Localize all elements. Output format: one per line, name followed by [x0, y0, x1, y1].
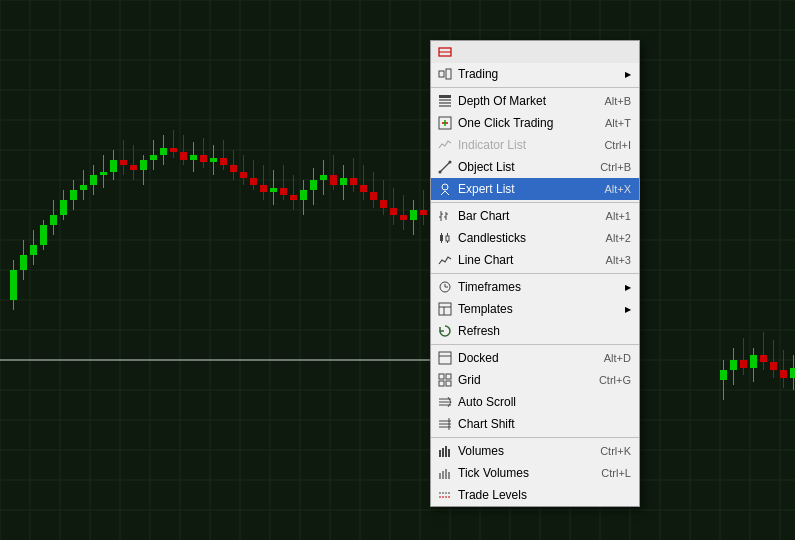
- volumes-icon: [437, 443, 453, 459]
- line-icon: [437, 252, 453, 268]
- menu-items-container: Trading▶Depth Of MarketAlt+BOne Click Tr…: [431, 63, 639, 506]
- autoscroll-icon: [437, 394, 453, 410]
- menu-item-label-grid: Grid: [458, 373, 481, 387]
- menu-item-docked[interactable]: DockedAlt+D: [431, 347, 639, 369]
- menu-item-shortcut-object-list: Ctrl+B: [600, 161, 631, 173]
- svg-rect-50: [439, 473, 441, 479]
- svg-point-13: [449, 161, 452, 164]
- svg-rect-6: [439, 102, 451, 104]
- menu-item-label-templates: Templates: [458, 302, 513, 316]
- menu-item-timeframes[interactable]: Timeframes▶: [431, 276, 639, 298]
- menu-item-shortcut-expert-list: Alt+X: [604, 183, 631, 195]
- indicator-icon: [437, 137, 453, 153]
- oct-icon: [437, 115, 453, 131]
- menu-item-refresh[interactable]: Refresh: [431, 320, 639, 342]
- menu-item-line-chart[interactable]: Line ChartAlt+3: [431, 249, 639, 271]
- menu-item-templates[interactable]: Templates▶: [431, 298, 639, 320]
- menu-item-shortcut-one-click-trading: Alt+T: [605, 117, 631, 129]
- svg-rect-33: [439, 352, 451, 364]
- svg-rect-2: [439, 71, 444, 77]
- menu-item-label-chart-shift: Chart Shift: [458, 417, 515, 431]
- svg-rect-35: [439, 374, 444, 379]
- tickvolumes-icon: [437, 465, 453, 481]
- menu-item-label-docked: Docked: [458, 351, 499, 365]
- svg-rect-49: [448, 449, 450, 457]
- menu-item-trade-levels[interactable]: Trade Levels: [431, 484, 639, 506]
- menu-item-arrow-trading: ▶: [625, 70, 631, 79]
- menu-item-label-line-chart: Line Chart: [458, 253, 513, 267]
- svg-line-11: [440, 162, 450, 172]
- svg-rect-24: [446, 236, 449, 241]
- menu-item-label-volumes: Volumes: [458, 444, 504, 458]
- menu-item-arrow-templates: ▶: [625, 305, 631, 314]
- menu-item-label-refresh: Refresh: [458, 324, 500, 338]
- svg-rect-5: [439, 99, 451, 101]
- svg-rect-46: [439, 450, 441, 457]
- context-menu: Trading▶Depth Of MarketAlt+BOne Click Tr…: [430, 40, 640, 507]
- menu-item-shortcut-line-chart: Alt+3: [606, 254, 631, 266]
- menu-item-expert-list[interactable]: Expert ListAlt+X: [431, 178, 639, 200]
- menu-item-label-object-list: Object List: [458, 160, 515, 174]
- chart-canvas: [0, 0, 795, 540]
- menu-separator: [431, 344, 639, 345]
- menu-item-shortcut-depth-of-market: Alt+B: [604, 95, 631, 107]
- menu-item-shortcut-bar-chart: Alt+1: [606, 210, 631, 222]
- trading-icon: [437, 66, 453, 82]
- templates-icon: [437, 301, 453, 317]
- menu-item-shortcut-volumes: Ctrl+K: [600, 445, 631, 457]
- object-icon: [437, 159, 453, 175]
- menu-item-bar-chart[interactable]: Bar ChartAlt+1: [431, 205, 639, 227]
- timeframes-icon: [437, 279, 453, 295]
- menu-item-auto-scroll[interactable]: Auto Scroll: [431, 391, 639, 413]
- sell-limit-item[interactable]: [431, 41, 639, 63]
- menu-item-label-expert-list: Expert List: [458, 182, 515, 196]
- menu-item-label-auto-scroll: Auto Scroll: [458, 395, 516, 409]
- bar-icon: [437, 208, 453, 224]
- svg-rect-52: [445, 469, 447, 479]
- menu-item-one-click-trading[interactable]: One Click TradingAlt+T: [431, 112, 639, 134]
- dom-icon: [437, 93, 453, 109]
- menu-item-shortcut-docked: Alt+D: [604, 352, 631, 364]
- docked-icon: [437, 350, 453, 366]
- menu-item-label-tick-volumes: Tick Volumes: [458, 466, 529, 480]
- svg-rect-4: [439, 95, 451, 98]
- menu-item-shortcut-indicator-list: Ctrl+I: [604, 139, 631, 151]
- menu-separator: [431, 202, 639, 203]
- candle-icon: [437, 230, 453, 246]
- svg-rect-37: [439, 381, 444, 386]
- svg-rect-21: [440, 235, 443, 241]
- svg-rect-36: [446, 374, 451, 379]
- menu-item-label-timeframes: Timeframes: [458, 280, 521, 294]
- menu-separator: [431, 437, 639, 438]
- menu-item-object-list[interactable]: Object ListCtrl+B: [431, 156, 639, 178]
- menu-item-tick-volumes[interactable]: Tick VolumesCtrl+L: [431, 462, 639, 484]
- svg-rect-47: [442, 448, 444, 457]
- svg-point-14: [442, 184, 448, 190]
- menu-item-label-trade-levels: Trade Levels: [458, 488, 527, 502]
- menu-item-indicator-list: Indicator ListCtrl+I: [431, 134, 639, 156]
- svg-rect-7: [439, 105, 451, 107]
- menu-item-label-indicator-list: Indicator List: [458, 138, 526, 152]
- menu-item-candlesticks[interactable]: CandlesticksAlt+2: [431, 227, 639, 249]
- expert-icon: [437, 181, 453, 197]
- sell-icon: [437, 44, 453, 60]
- menu-item-shortcut-candlesticks: Alt+2: [606, 232, 631, 244]
- svg-rect-48: [445, 446, 447, 457]
- svg-rect-3: [446, 69, 451, 79]
- refresh-icon: [437, 323, 453, 339]
- grid-icon: [437, 372, 453, 388]
- menu-item-label-candlesticks: Candlesticks: [458, 231, 526, 245]
- menu-item-label-one-click-trading: One Click Trading: [458, 116, 553, 130]
- menu-item-chart-shift[interactable]: Chart Shift: [431, 413, 639, 435]
- menu-separator: [431, 87, 639, 88]
- menu-item-arrow-timeframes: ▶: [625, 283, 631, 292]
- menu-item-depth-of-market[interactable]: Depth Of MarketAlt+B: [431, 90, 639, 112]
- svg-rect-38: [446, 381, 451, 386]
- menu-item-volumes[interactable]: VolumesCtrl+K: [431, 440, 639, 462]
- svg-rect-30: [439, 303, 451, 315]
- menu-item-shortcut-tick-volumes: Ctrl+L: [601, 467, 631, 479]
- menu-item-label-depth-of-market: Depth Of Market: [458, 94, 546, 108]
- menu-item-trading[interactable]: Trading▶: [431, 63, 639, 85]
- svg-rect-51: [442, 471, 444, 479]
- menu-item-grid[interactable]: GridCtrl+G: [431, 369, 639, 391]
